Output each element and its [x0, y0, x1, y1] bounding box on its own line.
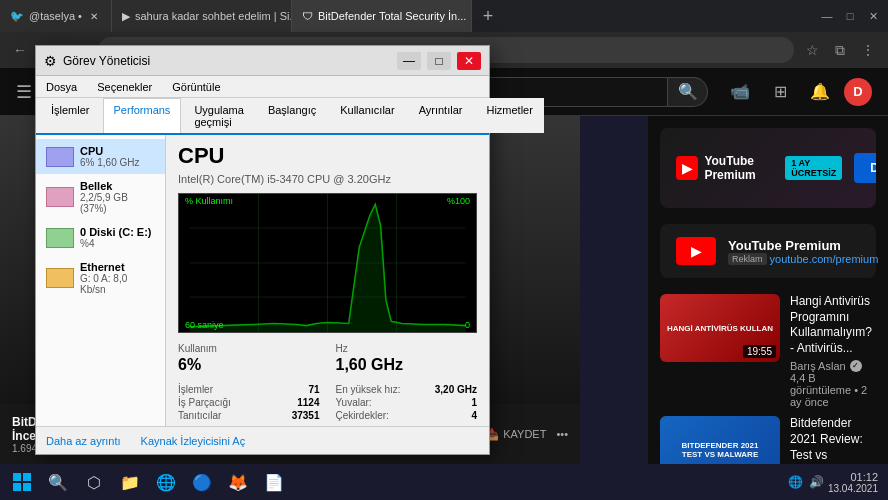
video-item-2[interactable]: BITDEFENDER 2021TEST VS MALWARE 14:03 Bi…	[660, 416, 876, 464]
disk-info: 0 Diski (C: E:) %4	[80, 226, 152, 249]
windows-logo	[12, 472, 32, 492]
premium-card-logo: ▶	[676, 237, 716, 265]
tm-tab-kullanicilar[interactable]: Kullanıcılar	[329, 98, 405, 133]
processes-row: İşlemler 71	[178, 384, 320, 395]
eth-info: Ethernet G: 0 A: 8,0 Kb/sn	[80, 261, 155, 295]
processes-label: İşlemler	[178, 384, 213, 395]
premium-banner[interactable]: ▶ YouTube Premium 1 AY ÜCRETSİZ DENE	[660, 128, 876, 208]
hamburger-menu[interactable]: ☰	[16, 81, 32, 103]
clock-date: 13.04.2021	[828, 483, 878, 494]
mem-label: Bellek	[80, 180, 155, 192]
duration-1: 19:55	[743, 345, 776, 358]
browser-tab-1[interactable]: 🐦 @taselya • ✕	[0, 0, 112, 32]
maxfreq-value: 3,20 GHz	[435, 384, 477, 395]
grid-icon[interactable]: ⊞	[764, 76, 796, 108]
tab1-label: @taselya •	[29, 10, 82, 22]
tm-menu-goruntule[interactable]: Görüntüle	[168, 79, 224, 95]
threads-row: İş Parçacığı 1124	[178, 397, 320, 408]
taskbar-cortana[interactable]: ⬡	[76, 464, 112, 500]
network-icon: 🌐	[788, 475, 803, 489]
tm-tab-baslangic[interactable]: Başlangıç	[257, 98, 327, 133]
window-maximize-btn[interactable]: □	[840, 6, 860, 26]
stat-freq-value: 1,60 GHz	[336, 356, 478, 374]
back-button[interactable]: ←	[8, 38, 32, 62]
tm-tab-performans[interactable]: Performans	[103, 98, 182, 133]
tm-tab-ayrintilar[interactable]: Ayrıntılar	[408, 98, 474, 133]
user-avatar[interactable]: D	[844, 78, 872, 106]
mem-color-block	[46, 187, 74, 207]
taskbar-search[interactable]: 🔍	[40, 464, 76, 500]
video-list: HANGİ ANTİVİRÜS KULLAN 19:55 Hangi Antiv…	[660, 294, 876, 464]
tm-mem-item[interactable]: Bellek 2,2/5,9 GB (37%)	[36, 174, 165, 220]
taskbar-edge[interactable]: 🌐	[148, 464, 184, 500]
taskbar-chrome[interactable]: 🔵	[184, 464, 220, 500]
tm-minimize-btn[interactable]: —	[397, 52, 421, 70]
graph-label-zero: 0	[465, 320, 470, 330]
premium-logo-icon: ▶	[676, 156, 698, 180]
svg-rect-12	[23, 483, 31, 491]
save-button[interactable]: 📥 KAYDET	[485, 428, 546, 441]
tm-menubar: Dosya Seçenekler Görüntüle	[36, 76, 489, 98]
cores-value: 4	[471, 410, 477, 421]
mem-info: Bellek 2,2/5,9 GB (37%)	[80, 180, 155, 214]
video-item-1[interactable]: HANGİ ANTİVİRÜS KULLAN 19:55 Hangi Antiv…	[660, 294, 876, 408]
premium-url-text: youtube.com/premium	[770, 253, 879, 265]
window-close-btn[interactable]: ✕	[863, 6, 883, 26]
thumb-2: BITDEFENDER 2021TEST VS MALWARE 14:03	[660, 416, 780, 464]
stat-usage-value: 6%	[178, 356, 320, 374]
tm-cpu-item[interactable]: CPU 6% 1,60 GHz	[36, 139, 165, 174]
taskbar-firefox[interactable]: 🦊	[220, 464, 256, 500]
browser-tab-bar: 🐦 @taselya • ✕ ▶ sahura kadar sohbet ede…	[0, 0, 888, 32]
tm-resource-monitor-btn[interactable]: Kaynak İzleyicisini Aç	[141, 435, 246, 447]
video-title-1: Hangi Antivirüs Programını Kullanmalıyım…	[790, 294, 876, 356]
premium-card-name: YouTube Premium	[728, 238, 878, 253]
system-clock[interactable]: 01:12 13.04.2021	[828, 471, 878, 494]
maxfreq-label: En yüksek hız:	[336, 384, 401, 395]
tm-tab-uygulama[interactable]: Uygulama geçmişi	[183, 98, 255, 133]
notifications-icon[interactable]: 🔔	[804, 76, 836, 108]
more-button[interactable]: •••	[556, 428, 568, 440]
handles-value: 37351	[292, 410, 320, 421]
stat-usage-label: Kullanım	[178, 343, 320, 354]
disk-value: %4	[80, 238, 152, 249]
tm-titlebar: ⚙ Görev Yöneticisi — □ ✕	[36, 46, 489, 76]
tm-menu-dosya[interactable]: Dosya	[42, 79, 81, 95]
taskbar-explorer[interactable]: 📁	[112, 464, 148, 500]
premium-name: YouTube Premium	[704, 154, 769, 182]
tm-maximize-btn[interactable]: □	[427, 52, 451, 70]
channel-row-1: Barış Aslan ✓	[790, 360, 876, 372]
browser-tab-2[interactable]: ▶ sahura kadar sohbet edelim | Si... ✕	[112, 0, 292, 32]
tm-tab-islemler[interactable]: İşlemler	[40, 98, 101, 133]
numas-row: Yuvalar: 1	[336, 397, 478, 408]
tm-menu-secenekler[interactable]: Seçenekler	[93, 79, 156, 95]
stat-usage-row: Kullanım 6%	[178, 343, 320, 376]
tm-less-details-btn[interactable]: Daha az ayrıntı	[46, 435, 121, 447]
extensions-icon[interactable]: ⧉	[828, 38, 852, 62]
window-minimize-btn[interactable]: —	[817, 6, 837, 26]
new-tab-button[interactable]: +	[472, 0, 504, 32]
save-label: KAYDET	[503, 428, 546, 440]
video-info-1: Hangi Antivirüs Programını Kullanmalıyım…	[790, 294, 876, 408]
free-trial-badge: 1 AY ÜCRETSİZ	[785, 156, 842, 180]
tm-close-btn[interactable]: ✕	[457, 52, 481, 70]
tab1-close[interactable]: ✕	[87, 9, 101, 23]
youtube-right-sidebar: ▶ YouTube Premium 1 AY ÜCRETSİZ DENE ▶ Y…	[648, 116, 888, 464]
tm-tab-hizmetler[interactable]: Hizmetler	[475, 98, 543, 133]
bookmark-icon[interactable]: ☆	[800, 38, 824, 62]
browser-tab-3[interactable]: 🛡 BitDefender Total Security İn... ✕	[292, 0, 472, 32]
thumb-text-1: HANGİ ANTİVİRÜS KULLAN	[666, 324, 774, 333]
header-icons: 📹 ⊞ 🔔 D	[724, 76, 872, 108]
taskbar-pdf[interactable]: 📄	[256, 464, 292, 500]
tm-footer: Daha az ayrıntı Kaynak İzleyicisini Aç	[36, 426, 489, 454]
video-create-icon[interactable]: 📹	[724, 76, 756, 108]
premium-card: ▶ YouTube Premium Reklam youtube.com/pre…	[660, 224, 876, 278]
disk-color-block	[46, 228, 74, 248]
start-button[interactable]	[4, 464, 40, 500]
cpu-label: CPU	[80, 145, 139, 157]
try-premium-btn[interactable]: DENE	[854, 153, 876, 183]
search-button[interactable]: 🔍	[668, 77, 708, 107]
tm-eth-item[interactable]: Ethernet G: 0 A: 8,0 Kb/sn	[36, 255, 165, 301]
tm-disk-item[interactable]: 0 Diski (C: E:) %4	[36, 220, 165, 255]
settings-icon[interactable]: ⋮	[856, 38, 880, 62]
handles-label: Tanıtıcılar	[178, 410, 221, 421]
